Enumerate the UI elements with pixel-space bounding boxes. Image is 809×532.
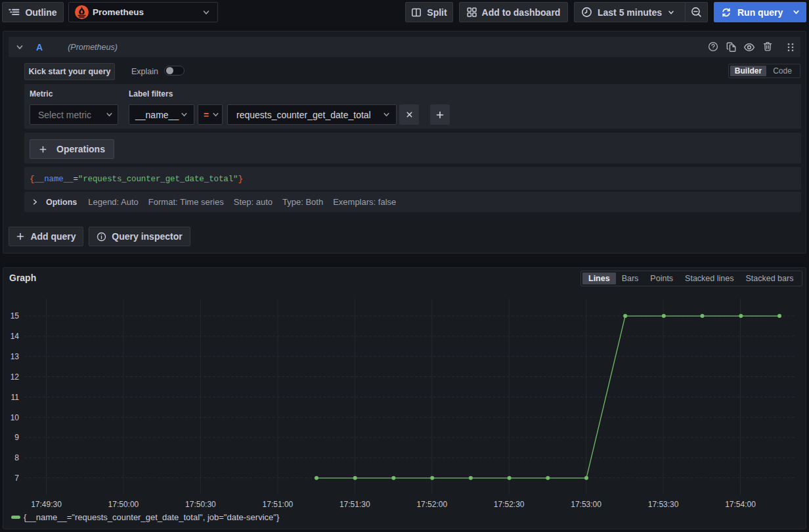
svg-text:17:52:00: 17:52:00 xyxy=(416,500,447,509)
svg-text:17:51:00: 17:51:00 xyxy=(263,500,294,509)
svg-text:17:54:00: 17:54:00 xyxy=(725,500,756,509)
svg-text:14: 14 xyxy=(11,332,20,341)
svg-text:17:51:30: 17:51:30 xyxy=(339,500,370,509)
svg-text:8: 8 xyxy=(14,453,19,462)
svg-text:17:53:00: 17:53:00 xyxy=(571,500,601,509)
svg-text:13: 13 xyxy=(11,352,20,361)
svg-text:17:50:30: 17:50:30 xyxy=(185,500,216,509)
svg-text:9: 9 xyxy=(14,433,19,442)
svg-text:{__name__="requests_counter_ge: {__name__="requests_counter_get_date_tot… xyxy=(24,512,280,522)
svg-text:17:53:30: 17:53:30 xyxy=(648,500,679,509)
svg-text:7: 7 xyxy=(14,474,19,483)
svg-text:11: 11 xyxy=(11,393,20,402)
svg-text:15: 15 xyxy=(11,311,20,321)
svg-text:17:49:30: 17:49:30 xyxy=(31,500,62,509)
svg-text:12: 12 xyxy=(11,372,20,382)
svg-text:17:50:00: 17:50:00 xyxy=(108,500,139,509)
svg-text:17:52:30: 17:52:30 xyxy=(494,500,525,509)
svg-text:10: 10 xyxy=(11,413,20,422)
